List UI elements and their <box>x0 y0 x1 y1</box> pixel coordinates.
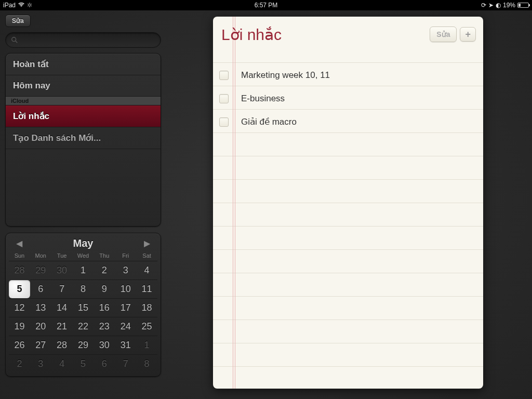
calendar-day-cell[interactable]: 8 <box>73 280 94 298</box>
calendar-day-cell[interactable]: 19 <box>9 317 30 336</box>
battery-icon <box>517 3 529 8</box>
wifi-icon <box>18 2 25 9</box>
alarm-icon: ◐ <box>496 2 501 9</box>
reminders-note: Lời nhắc Sửa + Marketing week 10, 11E-bu… <box>213 17 483 389</box>
calendar-day-cell[interactable]: 12 <box>9 298 30 317</box>
calendar-day-cell[interactable]: 30 <box>51 261 73 280</box>
calendar-month-label: May <box>73 237 94 249</box>
status-time: 6:57 PM <box>178 2 353 9</box>
reminder-text: E-business <box>241 94 285 104</box>
reminder-row[interactable]: Giải đề macro <box>213 110 483 134</box>
calendar-day-cell[interactable]: 23 <box>94 317 115 336</box>
calendar-day-cell[interactable]: 9 <box>94 280 115 298</box>
calendar-day-cell[interactable]: 16 <box>94 298 115 317</box>
mini-calendar: ◀ May ▶ SunMonTueWedThuFriSat 2829301234… <box>5 233 161 377</box>
calendar-day-cell[interactable]: 3 <box>115 261 136 280</box>
calendar-day-cell[interactable]: 5 <box>9 280 30 298</box>
sidebar-item-completed[interactable]: Hoàn tất <box>6 54 161 75</box>
calendar-day-cell[interactable]: 17 <box>115 298 136 317</box>
status-bar: iPad ✲ 6:57 PM ⟳ ➤ ◐ 19% <box>0 0 532 10</box>
calendar-dow-cell: Fri <box>115 252 136 259</box>
calendar-next-button[interactable]: ▶ <box>140 238 154 248</box>
reminder-checkbox[interactable] <box>219 94 229 103</box>
calendar-day-cell[interactable]: 10 <box>115 280 136 298</box>
calendar-day-cell[interactable]: 26 <box>9 336 30 354</box>
calendar-dow-cell: Wed <box>73 252 94 259</box>
sidebar-item-create-list[interactable]: Tạo Danh sách Mới... <box>6 127 161 149</box>
calendar-day-cell[interactable]: 6 <box>94 354 115 373</box>
calendar-day-cell[interactable]: 8 <box>136 354 157 373</box>
note-add-button[interactable]: + <box>460 27 476 42</box>
sidebar-edit-button[interactable]: Sửa <box>5 15 31 27</box>
reminder-row[interactable]: E-business <box>213 87 483 110</box>
calendar-day-cell[interactable]: 24 <box>115 317 136 336</box>
calendar-day-cell[interactable]: 6 <box>30 280 51 298</box>
calendar-dow-row: SunMonTueWedThuFriSat <box>9 252 157 261</box>
location-icon: ➤ <box>488 2 494 9</box>
calendar-day-cell[interactable]: 2 <box>94 261 115 280</box>
calendar-day-cell[interactable]: 20 <box>30 317 51 336</box>
calendar-day-cell[interactable]: 5 <box>73 354 94 373</box>
calendar-dow-cell: Tue <box>51 252 73 259</box>
sidebar-section-icloud: iCloud <box>6 97 161 105</box>
calendar-day-cell[interactable]: 25 <box>136 317 157 336</box>
calendar-day-cell[interactable]: 29 <box>30 261 51 280</box>
calendar-dow-cell: Thu <box>94 252 115 259</box>
reminder-row[interactable]: Marketing week 10, 11 <box>213 63 483 87</box>
calendar-day-cell[interactable]: 22 <box>73 317 94 336</box>
loading-icon: ✲ <box>27 2 32 9</box>
calendar-day-cell[interactable]: 11 <box>136 280 157 298</box>
calendar-day-cell[interactable]: 13 <box>30 298 51 317</box>
note-wrapper: Lời nhắc Sửa + Marketing week 10, 11E-bu… <box>166 10 532 399</box>
calendar-day-cell[interactable]: 30 <box>94 336 115 354</box>
orientation-lock-icon: ⟳ <box>481 2 486 9</box>
search-field[interactable] <box>21 36 155 44</box>
calendar-day-cell[interactable]: 21 <box>51 317 73 336</box>
svg-point-0 <box>12 37 16 42</box>
search-icon <box>11 36 18 44</box>
battery-percent: 19% <box>503 2 515 9</box>
sidebar-item-today[interactable]: Hôm nay <box>6 75 161 97</box>
calendar-day-cell[interactable]: 2 <box>9 354 30 373</box>
reminders-list: Marketing week 10, 11E-businessGiải đề m… <box>213 63 483 134</box>
calendar-day-cell[interactable]: 7 <box>51 280 73 298</box>
calendar-day-cell[interactable]: 1 <box>73 261 94 280</box>
search-input[interactable] <box>5 32 161 48</box>
sidebar: Sửa Hoàn tất Hôm nay iCloud Lời nhắc Tạo… <box>0 10 166 399</box>
svg-line-1 <box>16 41 18 43</box>
calendar-day-cell[interactable]: 27 <box>30 336 51 354</box>
calendar-day-cell[interactable]: 28 <box>51 336 73 354</box>
calendar-day-cell[interactable]: 1 <box>136 336 157 354</box>
list-spacer <box>6 149 161 226</box>
calendar-day-cell[interactable]: 14 <box>51 298 73 317</box>
calendar-dow-cell: Sun <box>9 252 30 259</box>
calendar-dow-cell: Mon <box>30 252 51 259</box>
note-header: Lời nhắc Sửa + <box>213 17 483 49</box>
reminder-text: Marketing week 10, 11 <box>241 70 330 81</box>
calendar-grid: 2829301234567891011121314151617181920212… <box>9 261 157 373</box>
calendar-prev-button[interactable]: ◀ <box>12 238 26 248</box>
calendar-day-cell[interactable]: 29 <box>73 336 94 354</box>
calendar-day-cell[interactable]: 28 <box>9 261 30 280</box>
calendar-dow-cell: Sat <box>136 252 157 259</box>
calendar-day-cell[interactable]: 7 <box>115 354 136 373</box>
reminder-checkbox[interactable] <box>219 71 229 80</box>
reminder-text: Giải đề macro <box>241 116 297 127</box>
calendar-day-cell[interactable]: 4 <box>51 354 73 373</box>
calendar-day-cell[interactable]: 4 <box>136 261 157 280</box>
note-edit-button[interactable]: Sửa <box>430 26 457 42</box>
calendar-day-cell[interactable]: 18 <box>136 298 157 317</box>
calendar-day-cell[interactable]: 3 <box>30 354 51 373</box>
sidebar-item-reminders[interactable]: Lời nhắc <box>6 105 161 127</box>
calendar-day-cell[interactable]: 15 <box>73 298 94 317</box>
reminder-checkbox[interactable] <box>219 117 229 127</box>
note-title: Lời nhắc <box>220 25 427 44</box>
list-panel: Hoàn tất Hôm nay iCloud Lời nhắc Tạo Dan… <box>5 53 161 227</box>
device-label: iPad <box>3 2 16 9</box>
calendar-day-cell[interactable]: 31 <box>115 336 136 354</box>
